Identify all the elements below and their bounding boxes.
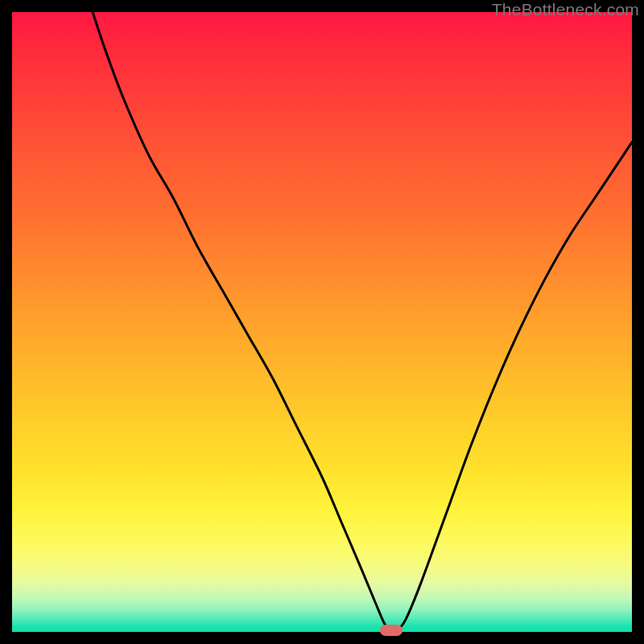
watermark-text: TheBottleneck.com xyxy=(492,0,639,19)
optimum-marker xyxy=(380,625,402,636)
bottleneck-curve xyxy=(12,12,632,632)
chart-frame: TheBottleneck.com xyxy=(0,0,644,644)
plot-area xyxy=(12,12,632,632)
